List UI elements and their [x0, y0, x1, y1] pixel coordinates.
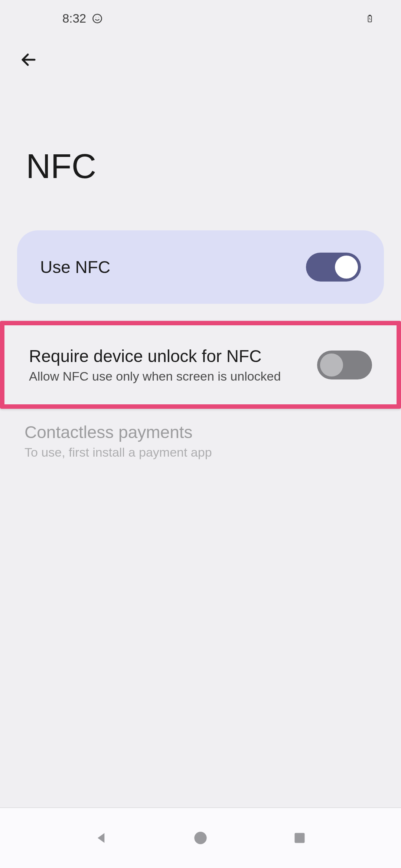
setting-contactless-label: Contactless payments	[25, 422, 376, 442]
svg-rect-7	[294, 833, 304, 843]
navigation-bar	[0, 808, 401, 868]
setting-require-unlock[interactable]: Require device unlock for NFC Allow NFC …	[4, 325, 397, 404]
status-left: 8:32	[62, 11, 102, 26]
svg-rect-4	[369, 15, 371, 16]
back-button[interactable]	[19, 50, 38, 69]
header	[0, 37, 401, 69]
nav-recent-button[interactable]	[288, 827, 311, 849]
settings-list: Use NFC Require device unlock for NFC Al…	[0, 230, 401, 474]
nav-back-button[interactable]	[90, 827, 113, 849]
square-recent-icon	[293, 831, 306, 845]
setting-contactless-payments: Contactless payments To use, first insta…	[17, 416, 384, 474]
toggle-use-nfc[interactable]	[306, 253, 361, 282]
svg-point-6	[194, 832, 206, 844]
nav-home-button[interactable]	[189, 827, 212, 849]
toggle-require-unlock[interactable]	[317, 351, 372, 379]
setting-require-unlock-subtitle: Allow NFC use only when screen is unlock…	[29, 369, 306, 384]
circle-home-icon	[193, 831, 208, 845]
setting-use-nfc-label: Use NFC	[40, 257, 110, 277]
setting-contactless-subtitle: To use, first install a payment app	[25, 445, 376, 460]
page-title: NFC	[0, 69, 401, 230]
status-right	[365, 13, 375, 24]
highlighted-setting: Require device unlock for NFC Allow NFC …	[0, 321, 401, 409]
battery-charging-icon	[365, 13, 375, 24]
setting-require-unlock-label: Require device unlock for NFC	[29, 346, 306, 366]
toggle-knob	[335, 256, 358, 279]
toggle-knob	[320, 354, 343, 377]
status-bar: 8:32	[0, 0, 401, 37]
svg-point-0	[93, 14, 102, 23]
status-time: 8:32	[62, 11, 86, 26]
arrow-left-icon	[20, 51, 38, 69]
triangle-back-icon	[94, 831, 109, 845]
setting-text: Require device unlock for NFC Allow NFC …	[29, 346, 306, 384]
face-icon	[92, 13, 102, 24]
setting-use-nfc[interactable]: Use NFC	[17, 230, 384, 304]
